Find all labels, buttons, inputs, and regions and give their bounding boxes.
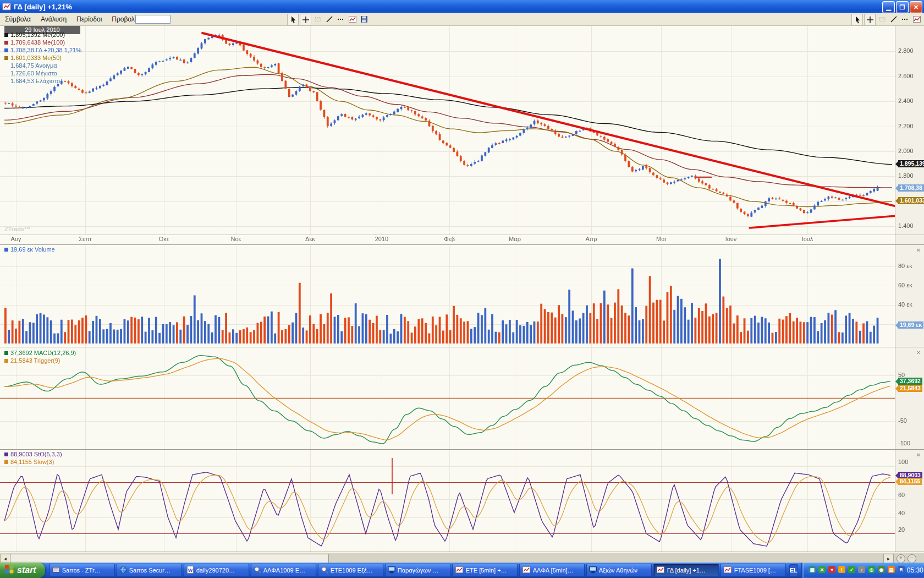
x-axis-month-label: Νοε bbox=[224, 236, 248, 242]
taskbar-task-10[interactable]: FTASE1009 [… bbox=[721, 564, 786, 577]
taskbar-task-4[interactable]: ΕΤΕ1009 Εξέ… bbox=[318, 564, 383, 577]
volume-axis-tick: 60 εκ bbox=[898, 282, 912, 288]
menu-item-2[interactable]: Περίοδοι bbox=[72, 14, 107, 24]
menu-item-1[interactable]: Ανάλυση bbox=[36, 14, 72, 24]
chart-tool-icon[interactable] bbox=[911, 14, 922, 24]
legend-swatch bbox=[4, 351, 8, 355]
dotted-line-tool-icon[interactable] bbox=[900, 14, 910, 24]
x-axis-month-label: Σεπτ bbox=[73, 236, 97, 242]
macd-axis-tick: -100 bbox=[898, 440, 910, 446]
price-legend-row: 1.709,6438 Me(100) bbox=[4, 39, 65, 46]
restore-button[interactable]: ❐ bbox=[896, 1, 909, 13]
tray-icon-messenger[interactable]: ♥ bbox=[828, 565, 836, 576]
menu-item-0[interactable]: Σύμβολα bbox=[0, 14, 36, 24]
window-titlebar[interactable]: ΓΔ [daily] +1,21% ▁ ❐ ✕ bbox=[0, 0, 924, 13]
minimize-button[interactable]: ▁ bbox=[882, 1, 895, 13]
tray-icons: ▦✕♥!✓♪◎◉▤R bbox=[808, 565, 905, 576]
taskbar-task-2[interactable]: Wdaily290720… bbox=[184, 564, 249, 577]
stoch-legend-row: 88,9003 StO(5,3,3) bbox=[4, 451, 62, 457]
zoom-out-button[interactable]: − bbox=[908, 554, 916, 563]
volume-axis-badge: 19,69 εκ bbox=[898, 321, 923, 329]
task-label: Sarros Secur… bbox=[129, 567, 170, 574]
badge-notch bbox=[895, 379, 898, 384]
taskbar-task-3[interactable]: ΑΛΦΑ1009 Ε… bbox=[251, 564, 316, 577]
legend-text: 1.601,0333 Me(50) bbox=[10, 54, 62, 61]
legend-text: 1.709,6438 Me(100) bbox=[10, 39, 65, 46]
svg-text:✓: ✓ bbox=[850, 567, 854, 572]
legend-swatch bbox=[4, 359, 8, 363]
language-indicator[interactable]: EL bbox=[789, 564, 798, 576]
start-button[interactable]: start bbox=[0, 563, 45, 578]
task-label: ΕΤΕ [5min] +… bbox=[466, 567, 507, 574]
price-axis-tick: 2.400 bbox=[898, 97, 914, 104]
price-ohlc-legend-row: 1.726,60 Μέγιστο bbox=[4, 70, 57, 77]
taskbar-task-6[interactable]: ΕΤΕ [5min] +… bbox=[452, 564, 518, 577]
price-axis-badge: 1.601,033 bbox=[898, 197, 924, 204]
taskbar-task-1[interactable]: Sarros Secur… bbox=[117, 564, 182, 577]
symbol-input[interactable] bbox=[135, 15, 170, 24]
taskbar-task-9[interactable]: ΓΔ [daily] +1… bbox=[653, 564, 719, 577]
legend-swatch bbox=[4, 460, 8, 464]
pointer-tool-icon[interactable] bbox=[851, 14, 863, 25]
trendline-tool-icon[interactable] bbox=[888, 14, 899, 24]
legend-text: 88,9003 StO(5,3,3) bbox=[10, 451, 62, 457]
macd-panel-close-icon[interactable]: ✕ bbox=[915, 350, 922, 356]
badge-notch bbox=[895, 161, 898, 167]
task-label: FTASE1009 [… bbox=[734, 567, 776, 574]
price-axis-badge: 1.708,38 bbox=[898, 184, 924, 192]
stoch-axis-tick: 20 bbox=[898, 526, 905, 533]
legend-swatch bbox=[4, 33, 8, 37]
tray-icon-audio[interactable]: ♪ bbox=[857, 565, 866, 576]
macd-legend-row: 21,5843 Trigger(9) bbox=[4, 357, 61, 364]
tray-icon-monitor-eye[interactable]: ◉ bbox=[877, 565, 886, 576]
region-tool-icon[interactable] bbox=[312, 14, 323, 24]
menu-bar: ΣύμβολαΑνάλυσηΠερίοδοιΠροβολή bbox=[0, 13, 924, 26]
x-axis-month-label: Ιουλ bbox=[795, 236, 820, 242]
window-title: ΓΔ [daily] +1,21% bbox=[14, 3, 72, 11]
x-axis-month-label: Οκτ bbox=[152, 236, 176, 242]
stoch-axis-tick: 40 bbox=[898, 510, 905, 516]
pointer-tool-icon[interactable] bbox=[287, 14, 299, 25]
trendline-tool-icon[interactable] bbox=[324, 14, 334, 24]
crosshair-tool-icon[interactable] bbox=[300, 14, 311, 25]
stoch-legend-row: 84,1155 Slow(3) bbox=[4, 459, 54, 465]
x-axis-month-label: Φεβ bbox=[437, 236, 461, 242]
tray-icon-network-monitor[interactable]: ▦ bbox=[808, 565, 816, 576]
horizontal-scrollbar[interactable]: ◄ ► + − bbox=[0, 553, 924, 563]
tray-icon-nod32[interactable]: ◎ bbox=[867, 565, 876, 576]
tray-icon-update-check[interactable]: ✓ bbox=[848, 565, 856, 576]
x-axis-month-label: Ιουν bbox=[719, 236, 743, 242]
dotted-line-tool-icon[interactable] bbox=[336, 14, 346, 24]
stoch-axis-tick: 60 bbox=[898, 492, 905, 498]
chart-canvas[interactable] bbox=[0, 0, 924, 578]
taskbar-task-7[interactable]: ΑΛΦΑ [5min]… bbox=[519, 564, 585, 577]
task-label: Αξιών Αθηνών bbox=[599, 567, 637, 574]
close-button[interactable]: ✕ bbox=[910, 1, 922, 13]
tray-icon-security-warning[interactable]: ! bbox=[838, 565, 846, 576]
taskbar-task-5[interactable]: Παραγώγων … bbox=[385, 564, 450, 577]
tray-icon-writer[interactable]: R bbox=[897, 565, 905, 576]
svg-text:♥: ♥ bbox=[831, 567, 833, 572]
x-axis-month-label: Μαρ bbox=[503, 236, 527, 242]
crosshair-tool-icon[interactable] bbox=[864, 14, 876, 25]
chart-tool-icon[interactable] bbox=[347, 14, 358, 24]
badge-notch bbox=[895, 323, 898, 328]
toolbar-right bbox=[851, 14, 924, 25]
region-tool-icon[interactable] bbox=[877, 14, 887, 24]
save-tool-icon[interactable] bbox=[359, 14, 369, 24]
price-axis-badge: 1.895,139 bbox=[898, 160, 924, 167]
ztrade-watermark: ZTrade™ bbox=[4, 226, 30, 232]
task-label: ΑΛΦΑ [5min]… bbox=[533, 567, 574, 574]
tray-icon-document-scan[interactable]: ▤ bbox=[887, 565, 895, 576]
stoch-panel-close-icon[interactable]: ✕ bbox=[915, 452, 922, 459]
task-label: ΓΔ [daily] +1… bbox=[667, 567, 706, 574]
price-legend-row: 1.708,38 ΓΔ +20,38 1,21% bbox=[4, 47, 81, 53]
taskbar-task-8[interactable]: Αξιών Αθηνών bbox=[586, 564, 652, 577]
zoom-in-button[interactable]: + bbox=[897, 554, 905, 563]
tray-icon-antivirus-alert[interactable]: ✕ bbox=[818, 565, 826, 576]
task-buttons: Sarros - ZTr…Sarros Secur…Wdaily290720…Α… bbox=[50, 564, 786, 577]
x-axis-month-label: Μαι bbox=[649, 236, 673, 242]
windows-flag-icon bbox=[4, 564, 14, 576]
taskbar-task-0[interactable]: Sarros - ZTr… bbox=[50, 564, 115, 577]
volume-panel-close-icon[interactable]: ✕ bbox=[915, 247, 922, 254]
